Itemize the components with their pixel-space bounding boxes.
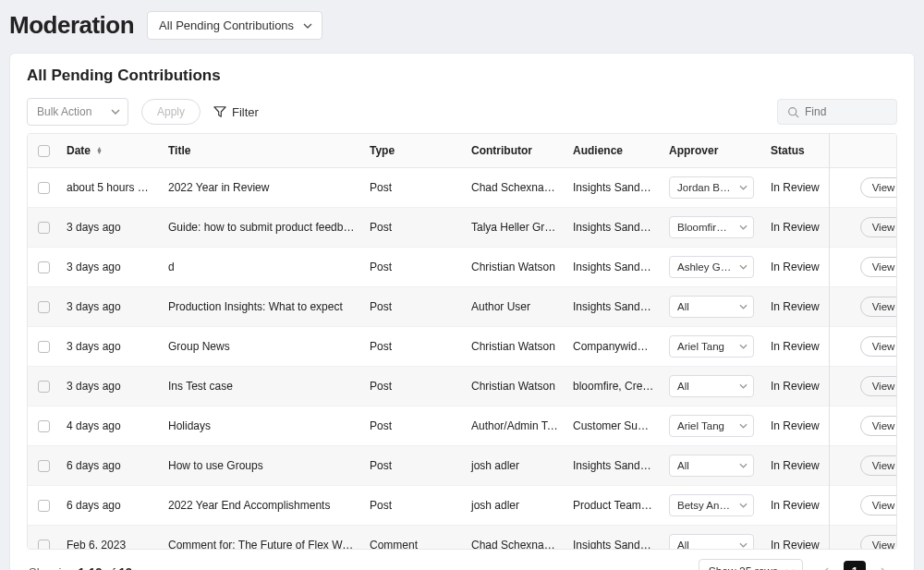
row-checkbox[interactable]: [38, 341, 50, 353]
approver-select[interactable]: All: [669, 375, 754, 397]
cell-contributor: Christian Watson: [464, 371, 565, 401]
cell-title: Holidays: [161, 411, 362, 441]
apply-button[interactable]: Apply: [141, 99, 201, 125]
row-checkbox[interactable]: [38, 420, 50, 432]
approver-select[interactable]: All: [669, 455, 754, 477]
column-header-date[interactable]: Date ▲▼: [59, 134, 161, 167]
row-checkbox[interactable]: [38, 540, 50, 550]
cell-title: Comment for: The Future of Flex Work Fie…: [161, 530, 362, 549]
cell-date: about 5 hours ago: [59, 173, 161, 202]
cell-audience: Insights Sandbox: [565, 292, 662, 321]
approver-select[interactable]: All: [669, 296, 754, 318]
cell-date: 3 days ago: [59, 252, 161, 282]
scope-select-value: All Pending Contributions: [159, 18, 294, 32]
cell-status: In Review: [763, 212, 859, 242]
cell-type: Post: [362, 292, 464, 321]
approver-select[interactable]: Jordan Boyson: [669, 176, 754, 199]
page-number[interactable]: 1: [844, 561, 866, 570]
chevron-down-icon: [739, 184, 748, 192]
row-checkbox[interactable]: [38, 460, 50, 472]
cell-audience: Product Team, Insig…: [565, 491, 662, 520]
cell-title: d: [161, 252, 362, 282]
row-checkbox[interactable]: [38, 182, 50, 194]
approver-select[interactable]: Ashley Gladden: [669, 256, 754, 278]
cell-title: How to use Groups: [161, 451, 362, 480]
rows-per-page-select[interactable]: Show 25 rows: [699, 559, 803, 570]
table-row: 4 days agoHolidaysPostAuthor/Admin TestC…: [28, 406, 896, 446]
cell-contributor: Christian Watson: [464, 332, 565, 361]
table-row: 3 days agoIns Test casePostChristian Wat…: [28, 367, 896, 406]
cell-status: In Review: [763, 451, 859, 480]
view-button[interactable]: View: [860, 297, 896, 317]
column-header-type[interactable]: Type: [362, 134, 464, 167]
search-icon: [787, 106, 799, 118]
row-checkbox[interactable]: [38, 301, 50, 313]
cell-title: Group News: [161, 332, 362, 361]
cell-audience: Companywide Polici…: [565, 332, 662, 361]
table-row: Feb 6, 2023Comment for: The Future of Fl…: [28, 526, 896, 549]
select-all-checkbox[interactable]: [38, 145, 50, 157]
cell-title: Ins Test case: [161, 371, 362, 401]
scope-select[interactable]: All Pending Contributions: [147, 11, 322, 40]
cell-status: In Review: [763, 411, 859, 441]
cell-status: In Review: [763, 530, 859, 549]
column-header-contributor[interactable]: Contributor: [464, 134, 565, 167]
column-header-title[interactable]: Title: [161, 134, 362, 167]
search-box[interactable]: [777, 99, 897, 125]
cell-status: In Review: [763, 332, 859, 361]
approver-select[interactable]: Betsy Anderson: [669, 494, 754, 516]
view-button[interactable]: View: [860, 257, 896, 277]
table-row: 3 days agodPostChristian WatsonInsights …: [28, 248, 896, 287]
cell-audience: Insights Sandbox: [565, 252, 662, 282]
cell-date: Feb 6, 2023: [59, 530, 161, 549]
cell-contributor: Author User: [464, 292, 565, 321]
cell-date: 3 days ago: [59, 212, 161, 242]
approver-select[interactable]: Bloomfire Amb…: [669, 216, 754, 238]
column-header-approver[interactable]: Approver: [662, 134, 763, 167]
chevron-down-icon: [739, 303, 748, 311]
prev-page-button[interactable]: [814, 560, 838, 570]
page-title: Moderation: [9, 11, 134, 40]
row-checkbox[interactable]: [38, 222, 50, 234]
chevron-down-icon: [739, 343, 748, 351]
table-row: 3 days agoProduction Insights: What to e…: [28, 287, 896, 327]
cell-type: Post: [362, 491, 464, 520]
next-page-button[interactable]: [871, 560, 895, 570]
cell-audience: Customer Success, I…: [565, 411, 662, 441]
column-header-status[interactable]: Status: [763, 134, 859, 167]
showing-text: Showing 1-12 of 12: [29, 565, 132, 571]
approver-select[interactable]: Ariel Tang: [669, 415, 754, 437]
cell-status: In Review: [763, 292, 859, 321]
view-button[interactable]: View: [860, 336, 896, 357]
approver-select[interactable]: All: [669, 534, 754, 549]
column-header-audience[interactable]: Audience: [565, 134, 662, 167]
table-row: about 5 hours ago2022 Year in ReviewPost…: [28, 168, 896, 208]
approver-select[interactable]: Ariel Tang: [669, 335, 754, 358]
cell-date: 4 days ago: [59, 411, 161, 441]
view-button[interactable]: View: [860, 416, 896, 436]
cell-audience: Insights Sandbox: [565, 173, 662, 202]
view-button[interactable]: View: [860, 455, 896, 476]
table-header: Date ▲▼ Title Type Contributor Audience …: [28, 134, 896, 168]
view-button[interactable]: View: [860, 376, 896, 396]
row-checkbox[interactable]: [38, 261, 50, 273]
cell-type: Comment: [362, 530, 464, 549]
search-input[interactable]: [805, 105, 888, 118]
contributions-table: Date ▲▼ Title Type Contributor Audience …: [27, 133, 897, 550]
chevron-down-icon: [111, 107, 120, 116]
table-row: 6 days ago2022 Year End AccomplishmentsP…: [28, 486, 896, 526]
view-button[interactable]: View: [860, 495, 896, 515]
filter-button[interactable]: Filter: [213, 105, 259, 119]
cell-type: Post: [362, 411, 464, 441]
table-row: 3 days agoGroup NewsPostChristian Watson…: [28, 327, 896, 367]
row-checkbox[interactable]: [38, 381, 50, 393]
view-button[interactable]: View: [860, 217, 896, 237]
view-button[interactable]: View: [860, 535, 896, 549]
row-checkbox[interactable]: [38, 500, 50, 512]
chevron-down-icon: [739, 541, 748, 550]
view-button[interactable]: View: [860, 177, 896, 198]
svg-line-1: [796, 114, 798, 116]
panel-title: All Pending Contributions: [27, 67, 897, 85]
chevron-down-icon: [739, 502, 748, 510]
bulk-action-select[interactable]: Bulk Action: [27, 98, 128, 126]
